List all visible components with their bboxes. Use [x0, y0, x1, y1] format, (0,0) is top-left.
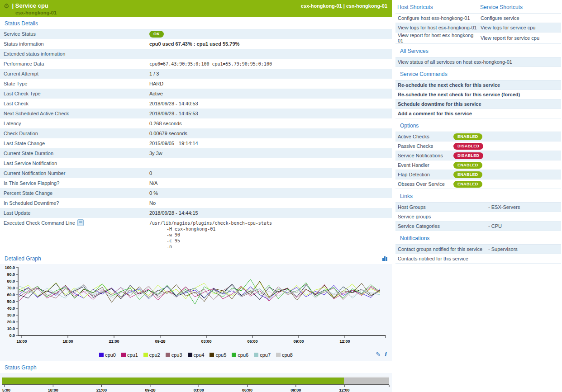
status-row: Last Service Notification: [0, 158, 392, 168]
status-information-text: cpu0 used 67.43% : cpu1 used 55.79%: [149, 41, 239, 47]
header-host-links[interactable]: esx-hongkong-01 | esx-hongkong-01: [301, 3, 387, 9]
status-label: Current Attempt: [0, 71, 149, 76]
service-command-link[interactable]: Add a comment for this service: [395, 111, 472, 116]
status-value: 2015/09/05 - 19:14:14: [149, 141, 392, 146]
service-commands-title[interactable]: Service Commands: [400, 71, 448, 77]
option-row: Event HandlerENABLED: [395, 161, 561, 170]
svg-text:60.0: 60.0: [7, 293, 15, 297]
service-shortcuts-title[interactable]: Service Shortcuts: [480, 4, 523, 10]
notifications-label: Contact groups notified for this service: [395, 246, 488, 252]
pencil-icon[interactable]: ✎: [376, 351, 381, 358]
host-shortcuts-title[interactable]: Host Shortcuts: [397, 4, 433, 10]
legend-item: cpu0: [99, 352, 116, 358]
status-segment-ok: [2, 378, 344, 384]
copy-command-icon[interactable]: [77, 219, 84, 226]
status-row: State TypeHARD: [0, 79, 392, 89]
status-value: 0.268 seconds: [149, 121, 392, 126]
status-graph-bar[interactable]: [2, 377, 389, 384]
status-value: 2018/09/28 - 14:40:53: [149, 101, 392, 106]
status-value: cpu0 used 67.43% : cpu1 used 55.79%: [149, 41, 392, 47]
status-row: Executed Check Command Line/usr/lib/nagi…: [0, 218, 392, 252]
links-value[interactable]: - CPU: [488, 223, 561, 229]
service-shortcut-link[interactable]: View logs for service cpu: [478, 25, 561, 30]
svg-text:70.0: 70.0: [7, 286, 15, 290]
svg-text:50.0: 50.0: [7, 299, 15, 304]
status-value: 0: [149, 170, 392, 176]
status-value: cpu0=67.43;90;95;0;100 cpu1=55.79;90;95;…: [149, 61, 392, 66]
svg-text:0.0: 0.0: [9, 333, 15, 338]
detailed-graph-panel: 100.090.080.070.060.050.040.030.020.010.…: [0, 264, 392, 361]
status-segment-no-data: [344, 378, 389, 384]
legend-label: cpu8: [282, 352, 293, 358]
bar-chart-icon[interactable]: [382, 256, 387, 261]
status-value: 0.00679 seconds: [149, 131, 392, 136]
all-services-title[interactable]: All Services: [400, 48, 429, 54]
notifications-label: Contacts notified for this service: [395, 256, 488, 261]
detailed-graph-header: Detailed Graph: [0, 252, 392, 264]
option-state-badge[interactable]: ENABLED: [453, 171, 482, 178]
status-row: Latency0.268 seconds: [0, 118, 392, 128]
status-row: Current Notification Number0: [0, 168, 392, 178]
option-state-badge[interactable]: ENABLED: [453, 162, 482, 169]
status-row: Service StatusOK: [0, 29, 392, 39]
host-subtitle[interactable]: esx-hongkong-01: [15, 10, 388, 15]
service-command-row: Add a comment for this service: [395, 109, 561, 118]
status-row: Last State Change2015/09/05 - 19:14:14: [0, 138, 392, 148]
notifications-value[interactable]: - Supervisors: [488, 246, 561, 252]
detailed-graph-link[interactable]: Detailed Graph: [5, 255, 41, 262]
info-icon[interactable]: i: [384, 351, 386, 358]
link-row: Host Groups- ESX-Servers: [395, 203, 561, 212]
legend-item: cpu6: [232, 352, 248, 358]
option-state-badge[interactable]: DISABLED: [453, 143, 483, 150]
status-value: N/A: [149, 180, 392, 186]
status-label: Last Update: [0, 210, 149, 216]
option-state-badge[interactable]: ENABLED: [453, 181, 482, 188]
detailed-graph-chart[interactable]: 100.090.080.070.060.050.040.030.020.010.…: [0, 265, 388, 349]
legend-swatch-cpu2: [143, 353, 148, 357]
status-row: Percent State Change0 %: [0, 188, 392, 198]
options-title[interactable]: Options: [400, 123, 419, 129]
command-line: -n: [167, 244, 392, 250]
option-row: Obsess Over ServiceENABLED: [395, 179, 561, 189]
link-row: Contacts notified for this service: [395, 254, 561, 264]
option-label: Active Checks: [395, 134, 453, 139]
option-row: Passive ChecksDISABLED: [395, 142, 561, 151]
legend-swatch-cpu1: [121, 353, 126, 357]
service-command-link[interactable]: Re-schedule the next check for this serv…: [395, 92, 520, 97]
option-state-badge[interactable]: ENABLED: [453, 133, 482, 140]
host-shortcut-link[interactable]: Configure host esx-hongkong-01: [395, 15, 478, 21]
status-label: Last State Change: [0, 141, 149, 146]
service-command-link[interactable]: Re-schedule the next check for this serv…: [395, 82, 500, 88]
all-services-link[interactable]: View status of all services on host esx-…: [395, 59, 561, 65]
status-graph-link[interactable]: Status Graph: [5, 364, 37, 371]
link-row: Service Categories- CPU: [395, 222, 561, 231]
legend-item: cpu3: [166, 352, 182, 358]
service-shortcut-link[interactable]: Configure service: [478, 15, 561, 21]
status-label: Executed Check Command Line: [0, 219, 149, 226]
notifications-title[interactable]: Notifications: [400, 235, 429, 241]
host-shortcut-link[interactable]: View report for host esx-hongkong-01: [395, 33, 478, 43]
status-label: Last Service Notification: [0, 161, 149, 166]
option-state-badge[interactable]: DISABLED: [453, 152, 483, 159]
host-shortcut-link[interactable]: View logs for host esx-hongkong-01: [395, 25, 478, 30]
links-title[interactable]: Links: [400, 193, 413, 199]
gear-icon[interactable]: ⚙: [4, 3, 10, 9]
status-row: Status informationcpu0 used 67.43% : cpu…: [0, 39, 392, 49]
svg-text:06:00: 06:00: [247, 339, 257, 344]
shortcut-row: View report for host esx-hongkong-01View…: [395, 33, 561, 44]
service-command-row: Re-schedule the next check for this serv…: [395, 90, 561, 99]
service-shortcut-link[interactable]: View report for service cpu: [478, 35, 561, 41]
svg-text:80.0: 80.0: [7, 279, 15, 283]
status-label: Check Duration: [0, 131, 149, 136]
service-command-link[interactable]: Schedule downtime for this service: [395, 101, 481, 107]
legend-swatch-cpu5: [210, 353, 214, 357]
legend-swatch-cpu4: [188, 353, 192, 357]
status-label: Extended status information: [0, 51, 149, 57]
status-details-link[interactable]: Status Details: [5, 20, 38, 27]
status-label: Current Notification Number: [0, 170, 149, 176]
svg-text:09-28: 09-28: [155, 339, 165, 344]
svg-text:18:00: 18:00: [62, 339, 73, 344]
svg-text:20.0: 20.0: [7, 320, 15, 324]
status-label: Percent State Change: [0, 190, 149, 196]
links-value[interactable]: - ESX-Servers: [488, 204, 561, 210]
